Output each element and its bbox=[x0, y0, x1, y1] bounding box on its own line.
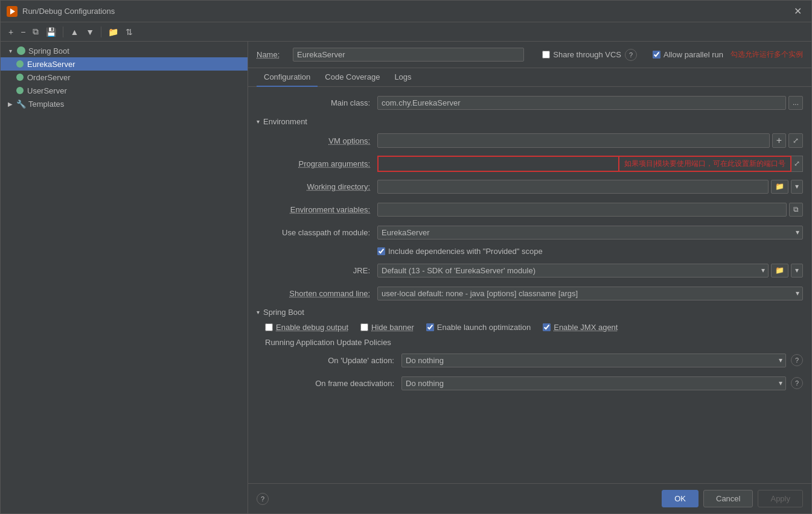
tree-group-springboot[interactable]: ▾ Spring Boot bbox=[1, 44, 248, 57]
program-args-wrapper: 如果项目|模块要使用端口，可在此设置新的端口号 ⤢ bbox=[377, 156, 803, 172]
main-content: ▾ Spring Boot EurekaServer OrderServer bbox=[1, 42, 811, 513]
env-vars-control: ⧉ bbox=[377, 203, 803, 217]
shorten-cmd-select-wrapper: user-local default: none - java [options… bbox=[377, 287, 803, 300]
name-input[interactable] bbox=[293, 48, 524, 62]
jre-select-wrapper: Default (13 - SDK of 'EurekaServer' modu… bbox=[377, 264, 769, 278]
main-class-input[interactable] bbox=[377, 96, 786, 110]
working-dir-label: Working directory: bbox=[257, 182, 377, 191]
jmx-agent-item[interactable]: Enable JMX agent bbox=[543, 323, 618, 332]
action-buttons: OK Cancel Apply bbox=[662, 490, 803, 507]
update-action-control: Do nothing ? bbox=[401, 354, 803, 367]
copy-button[interactable]: ⧉ bbox=[30, 25, 42, 39]
classpath-select[interactable]: EurekaServer bbox=[377, 226, 803, 240]
jre-control: Default (13 - SDK of 'EurekaServer' modu… bbox=[377, 264, 803, 278]
tree-item-userserver[interactable]: UserServer bbox=[1, 84, 248, 97]
frame-deact-help[interactable]: ? bbox=[791, 377, 803, 389]
program-args-expand-icon[interactable]: ⤢ bbox=[791, 156, 803, 172]
parallel-annotation: 勾选允许运行多个实例 bbox=[730, 49, 803, 60]
tab-logs[interactable]: Logs bbox=[387, 68, 418, 87]
frame-deact-label: On frame deactivation: bbox=[257, 379, 401, 388]
update-action-label: On 'Update' action: bbox=[257, 356, 401, 365]
tab-configuration[interactable]: Configuration bbox=[257, 68, 318, 87]
vm-options-input[interactable] bbox=[377, 133, 770, 148]
hide-banner-label: Hide banner bbox=[371, 323, 414, 332]
close-button[interactable]: ✕ bbox=[790, 5, 805, 17]
vcs-help-icon[interactable]: ? bbox=[625, 49, 637, 61]
working-dir-row: Working directory: 📁 ▾ bbox=[257, 178, 803, 195]
springboot-section-header[interactable]: ▾ Spring Boot bbox=[257, 308, 803, 317]
working-dir-dropdown-btn[interactable]: ▾ bbox=[791, 180, 803, 194]
classpath-select-wrapper: EurekaServer bbox=[377, 226, 803, 240]
vm-expand-btn[interactable]: + bbox=[772, 133, 786, 148]
classpath-label: Use classpath of module: bbox=[257, 228, 377, 237]
cancel-button[interactable]: Cancel bbox=[703, 490, 753, 507]
program-args-annotation: 如果项目|模块要使用端口，可在此设置新的端口号 bbox=[619, 156, 791, 172]
jmx-agent-checkbox[interactable] bbox=[543, 323, 551, 331]
springboot-icon bbox=[16, 46, 26, 56]
hide-banner-item[interactable]: Hide banner bbox=[360, 323, 414, 332]
left-panel: ▾ Spring Boot EurekaServer OrderServer bbox=[1, 42, 248, 513]
add-button[interactable]: + bbox=[5, 25, 16, 39]
tree-item-templates[interactable]: ▶ 🔧 Templates bbox=[1, 97, 248, 110]
env-vars-copy-btn[interactable]: ⧉ bbox=[789, 203, 803, 217]
tab-code-coverage[interactable]: Code Coverage bbox=[318, 68, 387, 87]
config-content: Main class: ... ▾ Environment VM options… bbox=[248, 87, 811, 483]
bottom-help-icon[interactable]: ? bbox=[257, 493, 269, 505]
tree-item-eurekaserver[interactable]: EurekaServer bbox=[1, 57, 248, 71]
jre-dropdown-btn[interactable]: ▾ bbox=[791, 264, 803, 278]
bottom-bar: ? OK Cancel Apply bbox=[248, 483, 811, 513]
parallel-area: Allow parallel run 勾选允许运行多个实例 bbox=[653, 49, 803, 60]
name-label: Name: bbox=[257, 50, 287, 59]
parallel-checkbox[interactable] bbox=[653, 51, 660, 59]
include-deps-checkbox[interactable] bbox=[377, 247, 385, 255]
remove-button[interactable]: − bbox=[18, 25, 28, 39]
debug-output-item[interactable]: Enable debug output bbox=[265, 323, 348, 332]
vm-options-control: + ⤢ bbox=[377, 133, 803, 148]
working-dir-input[interactable] bbox=[377, 180, 769, 194]
shorten-cmd-select[interactable]: user-local default: none - java [options… bbox=[377, 287, 803, 300]
launch-opt-checkbox[interactable] bbox=[426, 323, 434, 331]
update-action-select[interactable]: Do nothing bbox=[401, 354, 786, 367]
jre-select[interactable]: Default (13 - SDK of 'EurekaServer' modu… bbox=[377, 264, 769, 278]
move-up-button[interactable]: ▲ bbox=[67, 25, 82, 39]
update-action-help[interactable]: ? bbox=[791, 354, 803, 366]
frame-deact-select[interactable]: Do nothing bbox=[401, 376, 786, 390]
classpath-row: Use classpath of module: EurekaServer bbox=[257, 224, 803, 241]
frame-deact-control: Do nothing ? bbox=[401, 376, 803, 390]
hide-banner-checkbox[interactable] bbox=[360, 323, 368, 331]
tree-arrow-templates: ▶ bbox=[5, 99, 15, 109]
env-vars-input[interactable] bbox=[377, 203, 787, 217]
share-vcs-label: Share through VCS bbox=[553, 50, 621, 59]
share-vcs-checkbox-label[interactable]: Share through VCS bbox=[542, 50, 621, 59]
sort-button[interactable]: ⇅ bbox=[123, 25, 136, 39]
tree-arrow-springboot: ▾ bbox=[5, 46, 15, 56]
tree-item-orderserver[interactable]: OrderServer bbox=[1, 71, 248, 84]
jre-browse-btn[interactable]: 📁 bbox=[771, 264, 788, 278]
policies-section: Running Application Update Policies On '… bbox=[257, 338, 803, 392]
environment-section-header[interactable]: ▾ Environment bbox=[257, 117, 803, 126]
program-args-input[interactable] bbox=[377, 156, 619, 172]
vm-fullscreen-btn[interactable]: ⤢ bbox=[788, 133, 803, 148]
apply-button[interactable]: Apply bbox=[758, 490, 803, 507]
working-dir-browse-btn[interactable]: 📁 bbox=[771, 180, 788, 194]
shorten-cmd-label: Shorten command line: bbox=[257, 289, 377, 298]
move-down-button[interactable]: ▼ bbox=[83, 25, 97, 39]
shorten-cmd-row: Shorten command line: user-local default… bbox=[257, 285, 803, 302]
run-debug-dialog: Run/Debug Configurations ✕ + − ⧉ 💾 ▲ ▼ 📁… bbox=[0, 0, 812, 514]
parallel-checkbox-label[interactable]: Allow parallel run bbox=[653, 50, 723, 59]
ok-button[interactable]: OK bbox=[662, 490, 699, 507]
folder-button[interactable]: 📁 bbox=[105, 25, 121, 39]
launch-opt-item[interactable]: Enable launch optimization bbox=[426, 323, 531, 332]
frame-deact-select-wrapper: Do nothing bbox=[401, 376, 786, 390]
parallel-label: Allow parallel run bbox=[663, 50, 723, 59]
update-action-row: On 'Update' action: Do nothing ? bbox=[257, 352, 803, 369]
tree-item-eurekaserver-label: EurekaServer bbox=[27, 60, 75, 69]
main-class-browse-btn[interactable]: ... bbox=[788, 96, 803, 110]
share-vcs-checkbox[interactable] bbox=[542, 51, 550, 59]
toolbar: + − ⧉ 💾 ▲ ▼ 📁 ⇅ bbox=[1, 22, 811, 42]
save-button[interactable]: 💾 bbox=[43, 25, 59, 39]
orderserver-icon bbox=[15, 72, 25, 82]
include-deps-label[interactable]: Include dependencies with "Provided" sco… bbox=[377, 247, 543, 256]
springboot-checkboxes: Enable debug output Hide banner Enable l… bbox=[257, 323, 803, 332]
debug-output-checkbox[interactable] bbox=[265, 323, 273, 331]
